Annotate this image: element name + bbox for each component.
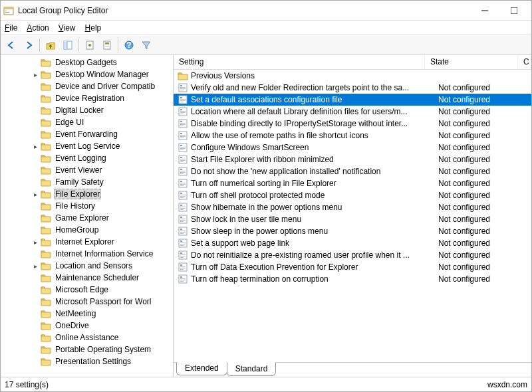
row-setting: Configure Windows SmartScreen	[191, 143, 438, 152]
list-row[interactable]: Configure Windows SmartScreenNot configu…	[174, 142, 531, 153]
show-hide-tree-button[interactable]	[60, 37, 76, 53]
help-button[interactable]: ?	[121, 37, 137, 53]
refresh-button[interactable]	[99, 37, 115, 53]
tree-item-label: Presentation Settings	[54, 357, 132, 366]
tree-item[interactable]: ▸Internet Explorer	[1, 236, 173, 248]
menu-view[interactable]: View	[59, 23, 76, 33]
tree-item[interactable]: HomeGroup	[1, 224, 173, 236]
tree-item[interactable]: Family Safety	[1, 176, 173, 188]
folder-icon	[41, 285, 51, 294]
up-button[interactable]	[43, 37, 59, 53]
tree-item[interactable]: Maintenance Scheduler	[1, 272, 173, 284]
svg-rect-72	[180, 209, 184, 210]
tree-item[interactable]: Presentation Settings	[1, 355, 173, 367]
tree-item[interactable]: Online Assistance	[1, 332, 173, 343]
tab-standard[interactable]: Standard	[227, 362, 277, 376]
column-c[interactable]: C	[518, 55, 531, 69]
row-setting: Show lock in the user tile menu	[191, 215, 438, 224]
tree-item[interactable]: Game Explorer	[1, 212, 173, 224]
list-row[interactable]: Previous Versions	[174, 70, 531, 82]
column-setting[interactable]: Setting	[174, 55, 425, 69]
chevron-right-icon[interactable]: ▸	[31, 238, 39, 246]
tree-item[interactable]: Microsoft Edge	[1, 284, 173, 296]
svg-rect-86	[180, 244, 186, 245]
svg-rect-81	[180, 232, 186, 233]
svg-rect-50	[180, 159, 186, 159]
menu-file[interactable]: File	[5, 23, 17, 33]
tree-item[interactable]: ▸Location and Sensors	[1, 260, 173, 272]
tree-item[interactable]: Event Logging	[1, 152, 173, 164]
tree-item[interactable]: OneDrive	[1, 320, 173, 332]
svg-rect-27	[180, 102, 184, 102]
filter-button[interactable]	[138, 37, 154, 53]
list-row[interactable]: Turn off shell protocol protected modeNo…	[174, 189, 531, 201]
tab-extended[interactable]: Extended	[176, 362, 227, 375]
row-setting: Show hibernate in the power options menu	[191, 203, 438, 212]
properties-button[interactable]	[82, 37, 98, 53]
chevron-right-icon[interactable]: ▸	[31, 262, 39, 270]
folder-icon	[41, 201, 51, 211]
tree-item[interactable]: Microsoft Passport for Worl	[1, 296, 173, 308]
svg-rect-26	[180, 100, 186, 101]
row-state: Not configured	[438, 131, 531, 140]
maximize-button[interactable]	[499, 1, 529, 20]
list-row[interactable]: Do not reinitialize a pre-existing roame…	[174, 249, 531, 261]
tree-item[interactable]: Device and Driver Compatib	[1, 80, 173, 92]
minimize-button[interactable]	[470, 1, 499, 20]
tree-item[interactable]: ▸Desktop Window Manager	[1, 68, 173, 80]
tree-item[interactable]: Portable Operating System	[1, 343, 173, 355]
list-row[interactable]: Turn off Data Execution Prevention for E…	[174, 261, 531, 273]
menu-help[interactable]: Help	[85, 23, 102, 33]
list-row[interactable]: Show lock in the user tile menuNot confi…	[174, 213, 531, 225]
forward-button[interactable]	[21, 37, 37, 53]
tree-item[interactable]: NetMeeting	[1, 308, 173, 320]
svg-rect-40	[180, 135, 186, 136]
menu-action[interactable]: Action	[27, 23, 49, 33]
tree-item[interactable]: Digital Locker	[1, 104, 173, 116]
tree-item[interactable]: Edge UI	[1, 116, 173, 128]
tree-item[interactable]: ▸File Explorer	[1, 188, 173, 200]
svg-rect-42	[180, 138, 184, 138]
list-row[interactable]: Set a support web page linkNot configure…	[174, 237, 531, 249]
list-row[interactable]: Start File Explorer with ribbon minimize…	[174, 153, 531, 165]
list-row[interactable]: Set a default associations configuration…	[174, 94, 531, 106]
folder-icon	[41, 309, 51, 318]
tree-item[interactable]: ▸Event Log Service	[1, 140, 173, 152]
list-row[interactable]: Show sleep in the power options menuNot …	[174, 225, 531, 237]
list-row[interactable]: Location where all default Library defin…	[174, 106, 531, 118]
svg-rect-66	[180, 196, 186, 197]
list-row[interactable]: Show hibernate in the power options menu…	[174, 201, 531, 213]
tree-item-label: Maintenance Scheduler	[54, 273, 140, 282]
tree-list[interactable]: Desktop Gadgets▸Desktop Window ManagerDe…	[1, 55, 173, 377]
folder-icon	[41, 333, 51, 342]
app-icon	[3, 5, 14, 16]
tree-item[interactable]: Internet Information Service	[1, 248, 173, 260]
list-row[interactable]: Turn off numerical sorting in File Explo…	[174, 177, 531, 189]
chevron-right-icon[interactable]: ▸	[31, 190, 39, 198]
tree-item-label: File Explorer	[54, 189, 101, 199]
folder-icon	[41, 58, 51, 67]
tree-item[interactable]: Desktop Gadgets	[1, 56, 173, 68]
column-state[interactable]: State	[425, 55, 518, 69]
list-body[interactable]: Previous VersionsVerify old and new Fold…	[174, 70, 531, 362]
svg-rect-64	[180, 193, 182, 194]
svg-rect-65	[180, 195, 186, 195]
chevron-right-icon[interactable]: ▸	[31, 142, 39, 150]
tree-item[interactable]: Event Forwarding	[1, 128, 173, 140]
toolbar: ?	[1, 35, 531, 55]
list-row[interactable]: Allow the use of remote paths in file sh…	[174, 130, 531, 142]
list-row[interactable]: Do not show the 'new application install…	[174, 165, 531, 177]
back-button[interactable]	[3, 37, 19, 53]
svg-rect-35	[180, 123, 186, 124]
folder-icon	[41, 189, 51, 199]
chevron-right-icon[interactable]: ▸	[31, 70, 39, 78]
svg-rect-37	[180, 126, 184, 126]
list-row[interactable]: Turn off heap termination on corruptionN…	[174, 273, 531, 285]
svg-rect-71	[180, 208, 186, 209]
list-row[interactable]: Verify old and new Folder Redirection ta…	[174, 82, 531, 94]
tree-item[interactable]: Device Registration	[1, 92, 173, 104]
row-setting: Turn off heap termination on corruption	[191, 274, 438, 284]
list-row[interactable]: Disable binding directly to IPropertySet…	[174, 118, 531, 130]
tree-item[interactable]: File History	[1, 200, 173, 212]
tree-item[interactable]: Event Viewer	[1, 164, 173, 176]
